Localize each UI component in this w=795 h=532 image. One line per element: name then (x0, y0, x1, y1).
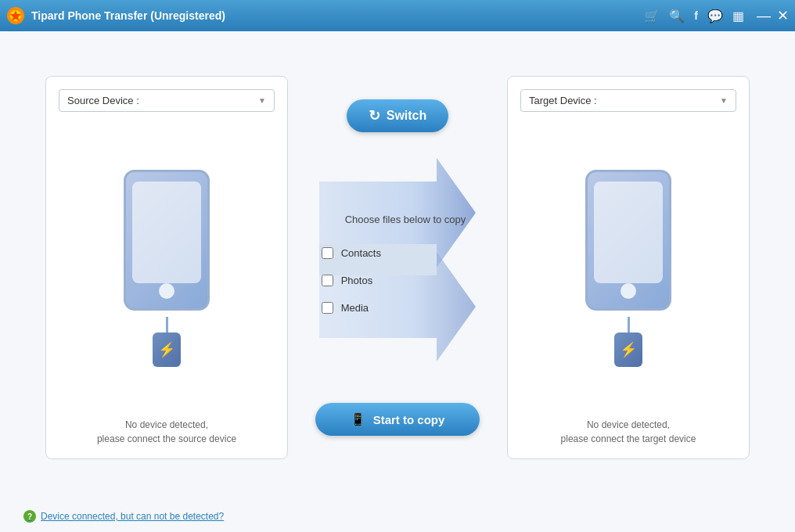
media-label[interactable]: Media (341, 302, 369, 314)
main-content: Source Device : ▼ ⚡ No device detected, … (0, 31, 795, 504)
photos-checkbox-item[interactable]: Photos (322, 275, 372, 286)
app-logo (6, 6, 25, 25)
contacts-label[interactable]: Contacts (341, 247, 381, 259)
help-link-text[interactable]: Device connected, but can not be detecte… (41, 511, 224, 522)
titlebar-left: Tipard Phone Transfer (Unregistered) (6, 6, 225, 25)
target-usb-cable (628, 317, 630, 332)
help-icon: ? (23, 510, 36, 523)
target-phone-illustration: ⚡ (585, 124, 671, 412)
help-link[interactable]: ? Device connected, but can not be detec… (23, 510, 772, 523)
target-device-dropdown[interactable]: Target Device : ▼ (520, 89, 736, 112)
target-phone-body (585, 170, 671, 311)
photos-label[interactable]: Photos (341, 275, 372, 286)
arrow-area: Choose files below to copy Contacts Phot… (304, 150, 491, 385)
devices-row: Source Device : ▼ ⚡ No device detected, … (23, 47, 772, 488)
media-checkbox-item[interactable]: Media (322, 302, 369, 314)
cart-icon[interactable]: 🛒 (644, 9, 660, 23)
contacts-checkbox[interactable] (322, 247, 333, 259)
source-phone-illustration: ⚡ (124, 124, 210, 412)
source-usb-plug: ⚡ (153, 317, 181, 367)
search-icon[interactable]: 🔍 (669, 9, 685, 23)
source-usb-body: ⚡ (153, 332, 181, 367)
source-phone-button (159, 283, 174, 299)
close-button[interactable]: ✕ (777, 9, 789, 23)
target-usb-plug: ⚡ (614, 317, 642, 367)
photos-checkbox[interactable] (322, 275, 333, 286)
copy-instruction: Choose files below to copy (337, 214, 474, 225)
target-dropdown-label: Target Device : (529, 95, 597, 106)
source-phone-screen (132, 182, 201, 283)
app-title: Tipard Phone Transfer (Unregistered) (31, 9, 225, 22)
start-copy-label: Start to copy (373, 413, 445, 426)
switch-button[interactable]: ↻ Switch (347, 99, 449, 132)
contacts-checkbox-item[interactable]: Contacts (322, 247, 381, 259)
source-device-status: No device detected, please connect the s… (97, 418, 236, 446)
source-usb-cable (166, 317, 168, 332)
switch-icon: ↻ (369, 107, 380, 124)
source-device-panel: Source Device : ▼ ⚡ No device detected, … (45, 76, 288, 459)
facebook-icon[interactable]: f (694, 9, 698, 22)
target-phone-button (621, 283, 636, 299)
start-copy-button[interactable]: 📱 Start to copy (315, 403, 480, 436)
window-controls: — ✕ (757, 9, 789, 23)
media-checkbox[interactable] (322, 302, 333, 314)
start-copy-icon: 📱 (351, 412, 365, 426)
target-chevron-icon: ▼ (720, 96, 728, 105)
target-phone-screen (594, 182, 663, 283)
middle-section: ↻ Switch (288, 76, 507, 459)
minimize-button[interactable]: — (757, 9, 771, 23)
source-chevron-icon: ▼ (258, 96, 266, 105)
footer: ? Device connected, but can not be detec… (0, 504, 795, 532)
target-device-panel: Target Device : ▼ ⚡ No device detected, … (507, 76, 750, 459)
message-icon[interactable]: 💬 (707, 9, 723, 23)
grid-icon[interactable]: ▦ (732, 9, 744, 23)
target-usb-body: ⚡ (614, 332, 642, 367)
source-device-dropdown[interactable]: Source Device : ▼ (59, 89, 275, 112)
switch-label: Switch (387, 109, 427, 123)
titlebar: Tipard Phone Transfer (Unregistered) 🛒 🔍… (0, 0, 795, 31)
source-phone-body (124, 170, 210, 311)
source-dropdown-label: Source Device : (67, 95, 139, 106)
target-device-status: No device detected, please connect the t… (561, 418, 696, 446)
titlebar-icons: 🛒 🔍 f 💬 ▦ (644, 9, 744, 23)
arrow-content: Choose files below to copy Contacts Phot… (322, 214, 459, 322)
